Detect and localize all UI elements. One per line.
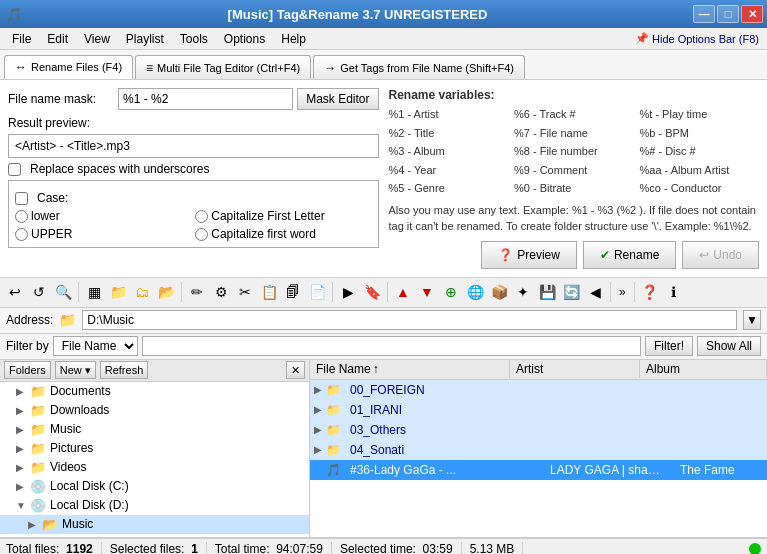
show-all-button[interactable]: Show All [697, 336, 761, 356]
refresh-btn[interactable]: Refresh [100, 361, 149, 379]
rename-button[interactable]: ✔ Rename [583, 241, 676, 269]
col-header-filename[interactable]: File Name ↑ [310, 360, 510, 378]
menu-edit[interactable]: Edit [39, 30, 76, 48]
toolbar-up-btn[interactable]: ▲ [392, 281, 414, 303]
menu-options[interactable]: Options [216, 30, 273, 48]
toolbar-down-btn[interactable]: ▼ [416, 281, 438, 303]
mask-editor-button[interactable]: Mask Editor [297, 88, 378, 110]
toolbar: ↩ ↺ 🔍 ▦ 📁 🗂 📂 ✏ ⚙ ✂ 📋 🗐 📄 ▶ 🔖 ▲ ▼ ⊕ 🌐 📦 … [0, 278, 767, 308]
menu-playlist[interactable]: Playlist [118, 30, 172, 48]
get-tags-icon: → [324, 61, 336, 75]
toolbar-pkg-btn[interactable]: 📦 [488, 281, 510, 303]
toolbar-star-btn[interactable]: ✦ [512, 281, 534, 303]
file-row[interactable]: ▶ 📁 03_Others [310, 420, 767, 440]
file-row[interactable]: 🎵 #36-Lady GaGa - ... LADY GAGA | shawty… [310, 460, 767, 480]
toolbar-grid-btn[interactable]: ▦ [83, 281, 105, 303]
tree-label: Downloads [50, 403, 109, 417]
menu-help[interactable]: Help [273, 30, 314, 48]
file-album [674, 408, 767, 412]
options-panel: File name mask: Mask Editor Result previ… [0, 80, 767, 278]
tab-rename-files[interactable]: ↔ Rename Files (F4) [4, 55, 133, 79]
new-btn[interactable]: New ▾ [55, 361, 96, 379]
toolbar-cut-btn[interactable]: ✂ [234, 281, 256, 303]
tab-multi-tag-editor[interactable]: ≡ Multi File Tag Editor (Ctrl+F4) [135, 55, 311, 79]
toolbar-search-btn[interactable]: 🔍 [52, 281, 74, 303]
address-input[interactable] [82, 310, 737, 330]
rename-vars-grid: %1 - Artist%6 - Track #%t - Play time %2… [389, 106, 760, 198]
toolbar-tag-btn[interactable]: 🔖 [361, 281, 383, 303]
toolbar-copy-btn[interactable]: 📋 [258, 281, 280, 303]
toolbar-play-btn[interactable]: ▶ [337, 281, 359, 303]
menubar: File Edit View Playlist Tools Options He… [0, 28, 767, 50]
file-row[interactable]: ▶ 📁 00_FOREIGN [310, 380, 767, 400]
tree-item-music-d[interactable]: ▶ 📂 Music [0, 515, 309, 534]
case-capitalize-first-word-radio[interactable] [195, 228, 208, 241]
menu-file[interactable]: File [4, 30, 39, 48]
status-indicator [749, 543, 761, 554]
case-upper-radio[interactable] [15, 228, 28, 241]
case-capitalize-first-word: Capitalize first word [195, 227, 371, 241]
titlebar-title: [Music] Tag&Rename 3.7 UNREGISTERED [22, 7, 693, 22]
toolbar-new-btn[interactable]: 📄 [306, 281, 328, 303]
tree-arrow: ▶ [16, 462, 30, 473]
undo-icon: ↩ [699, 248, 709, 262]
case-upper: UPPER [15, 227, 191, 241]
tree-scroll[interactable]: ▶ 📁 Documents ▶ 📁 Downloads ▶ 📁 Music ▶ … [0, 382, 309, 537]
col-header-artist[interactable]: Artist [510, 360, 640, 378]
toolbar-refresh-btn[interactable]: ↺ [28, 281, 50, 303]
tree-item-downloads[interactable]: ▶ 📁 Downloads [0, 401, 309, 420]
col-header-album[interactable]: Album [640, 360, 767, 378]
file-row[interactable]: ▶ 📁 04_Sonati [310, 440, 767, 460]
tab-get-tags[interactable]: → Get Tags from File Name (Shift+F4) [313, 55, 525, 79]
toolbar-help-btn[interactable]: ❓ [639, 281, 661, 303]
toolbar-separator-1 [78, 282, 79, 302]
maximize-button[interactable]: □ [717, 5, 739, 23]
toolbar-folder2-btn[interactable]: 🗂 [131, 281, 153, 303]
tree-item-documents[interactable]: ▶ 📁 Documents [0, 382, 309, 401]
toolbar-settings-btn[interactable]: ⚙ [210, 281, 232, 303]
case-capitalize-first-letter-radio[interactable] [195, 210, 208, 223]
case-checkbox[interactable] [15, 192, 28, 205]
folder-icon: 📁 [30, 384, 46, 399]
address-dropdown-btn[interactable]: ▼ [743, 310, 761, 330]
toolbar-sync-btn[interactable]: 🔄 [560, 281, 582, 303]
tree-item-local-c[interactable]: ▶ 💿 Local Disk (C:) [0, 477, 309, 496]
case-lower-radio[interactable] [15, 210, 28, 223]
close-button[interactable]: ✕ [741, 5, 763, 23]
tree-item-music[interactable]: ▶ 📁 Music [0, 420, 309, 439]
menu-view[interactable]: View [76, 30, 118, 48]
undo-button[interactable]: ↩ Undo [682, 241, 759, 269]
toolbar-globe-btn[interactable]: 🌐 [464, 281, 486, 303]
filter-text-input[interactable] [142, 336, 641, 356]
tree-item-pictures[interactable]: ▶ 📁 Pictures [0, 439, 309, 458]
file-row[interactable]: ▶ 📁 01_IRANI [310, 400, 767, 420]
case-lower: lower [15, 209, 191, 223]
toolbar-open-btn[interactable]: 📂 [155, 281, 177, 303]
toolbar-folder-btn[interactable]: 📁 [107, 281, 129, 303]
titlebar: 🎵 [Music] Tag&Rename 3.7 UNREGISTERED — … [0, 0, 767, 28]
toolbar-back-btn[interactable]: ↩ [4, 281, 26, 303]
tree-item-local-d[interactable]: ▼ 💿 Local Disk (D:) [0, 496, 309, 515]
address-label: Address: [6, 313, 53, 327]
close-tree-btn[interactable]: ✕ [286, 361, 305, 379]
toolbar-add-btn[interactable]: ⊕ [440, 281, 462, 303]
expand-icon: ▶ [310, 424, 326, 435]
folders-btn[interactable]: Folders [4, 361, 51, 379]
expand-icon: ▶ [310, 444, 326, 455]
toolbar-save-btn[interactable]: 💾 [536, 281, 558, 303]
filter-button[interactable]: Filter! [645, 336, 693, 356]
toolbar-prev-btn[interactable]: ◀ [584, 281, 606, 303]
toolbar-paste-btn[interactable]: 🗐 [282, 281, 304, 303]
toolbar-edit-btn[interactable]: ✏ [186, 281, 208, 303]
replace-spaces-checkbox[interactable] [8, 163, 21, 176]
result-preview: <Artist> - <Title>.mp3 [8, 134, 379, 158]
mask-input[interactable] [118, 88, 293, 110]
filter-type-select[interactable]: File Name Artist Album Title [53, 336, 138, 356]
toolbar-more-btn[interactable]: » [615, 285, 630, 299]
hide-options-bar-button[interactable]: 📌 Hide Options Bar (F8) [635, 32, 763, 45]
tree-item-videos[interactable]: ▶ 📁 Videos [0, 458, 309, 477]
preview-button[interactable]: ❓ Preview [481, 241, 577, 269]
minimize-button[interactable]: — [693, 5, 715, 23]
toolbar-info-btn[interactable]: ℹ [663, 281, 685, 303]
menu-tools[interactable]: Tools [172, 30, 216, 48]
